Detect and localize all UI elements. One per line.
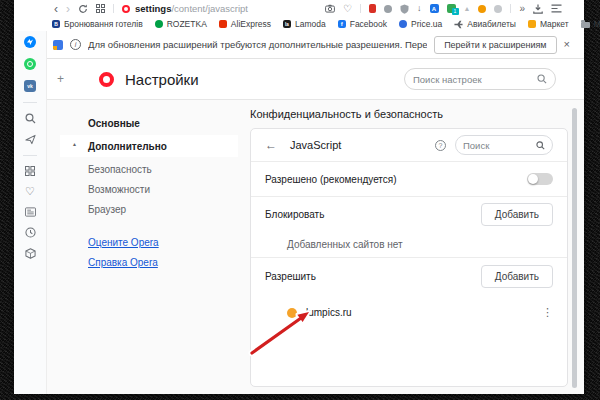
extension-gray2-icon[interactable] [494,5,502,13]
messenger-icon[interactable] [24,36,36,48]
back-icon[interactable]: ‹ [54,3,58,15]
extension-badge: 1 [452,8,459,15]
bookmarks-heart-icon[interactable]: ♡ [25,186,35,197]
kebab-menu-icon[interactable]: ⋮ [542,307,553,318]
help-icon[interactable]: ? [435,140,446,151]
panels-icon[interactable] [551,4,562,13]
bookmark-avia[interactable]: Авиабилеты [454,19,516,29]
block-section-label: Блокировать [265,209,481,220]
bookmark-market[interactable]: Маркет [528,19,569,29]
bookmark-booking[interactable]: BБронювання готелів [52,19,143,29]
rate-opera-link[interactable]: Оцените Opera [88,237,159,248]
opera-logo-icon [122,5,130,13]
extension-shield-icon[interactable] [400,4,409,14]
extension-green-icon[interactable]: 1 [447,4,456,13]
opera-browser-window: ‹ › settings/content/javascript ♡ [14,0,584,394]
desktop-background: ‹ › settings/content/javascript ♡ [0,0,600,400]
bookmark-label: ROZETKA [167,19,207,29]
bookmark-rozetka[interactable]: ROZETKA [155,19,207,29]
toolbar-divider [113,4,114,13]
more-extensions-icon[interactable]: » [519,4,525,14]
section-title: Конфиденциальность и безопасность [250,108,443,120]
chevron-up-icon: ▲ [72,141,77,147]
address-bar[interactable]: settings/content/javascript [122,3,248,14]
opera-sidebar: vk ♡ [14,31,47,394]
close-icon[interactable]: × [564,39,570,50]
card-search-box[interactable] [455,135,553,155]
page-title: Настройки [125,71,199,88]
site-name: lumpics.ru [306,307,542,318]
search-icon[interactable] [537,74,547,84]
bookmark-label: Авиабилеты [467,19,516,29]
empty-sites-text: Добавленных сайтов нет [251,231,567,258]
bookmark-label: Бронювання готелів [64,19,143,29]
lamoda-favicon-icon: la [283,20,291,28]
allowed-site-row[interactable]: lumpics.ru ⋮ [251,295,567,330]
extension-translate-icon[interactable]: A [430,4,439,13]
card-search-input[interactable] [463,140,536,151]
opera-settings-logo-icon [99,72,114,87]
forward-icon[interactable]: › [66,3,70,15]
bookmark-label: Mozilla Firefox [594,19,600,29]
speeddial-grid-icon[interactable] [96,4,105,13]
allow-section-label: Разрешить [265,271,481,282]
sidebar-item-features[interactable]: Возможности [88,184,150,195]
page-scrollbar[interactable] [572,108,577,388]
extension-red-icon[interactable] [369,4,376,13]
sidebar-item-basic[interactable]: Основные [88,118,140,129]
bookmark-label: Маркет [540,19,569,29]
search-icon[interactable] [25,113,36,124]
sidebar-item-security[interactable]: Безопасность [88,164,152,175]
extension-download-arrow-icon[interactable]: ↓ [417,4,422,13]
url-host: settings [135,3,171,14]
bookmark-facebook[interactable]: fFacebook [338,19,387,29]
extension-orange-icon[interactable] [478,5,486,13]
extension-icon [53,40,63,50]
toggle-knob [528,174,538,184]
priceua-favicon-icon [399,20,407,28]
whatsapp-icon[interactable] [24,58,36,70]
vk-icon[interactable]: vk [24,80,36,92]
history-clock-icon[interactable] [25,227,36,238]
go-to-extensions-button[interactable]: Перейти к расширениям [434,36,556,54]
bookmark-label: Facebook [350,19,387,29]
facebook-favicon-icon: f [338,20,346,28]
settings-search-input[interactable] [413,74,537,85]
add-block-site-button[interactable]: Добавить [481,203,553,226]
folder-icon [581,22,590,28]
bookmark-label: Price.ua [411,19,442,29]
reload-icon[interactable] [78,4,88,14]
bookmark-label: Lamoda [295,19,326,29]
downloads-icon[interactable] [533,4,543,14]
add-allow-site-button[interactable]: Добавить [481,265,553,288]
snapshot-camera-icon[interactable] [325,4,335,13]
javascript-toggle[interactable] [527,173,553,185]
speed-dial-icon[interactable] [25,166,35,176]
personal-news-icon[interactable] [25,207,36,217]
javascript-settings-card: ← JavaScript ? Разрешено (рекоме [250,128,568,387]
plus-icon[interactable]: + [57,72,64,86]
bookmarks-bar: BБронювання готелів ROZETKA AliExpress l… [14,17,584,31]
help-opera-link[interactable]: Справка Opera [88,257,158,268]
site-favicon-icon [287,308,297,318]
settings-header: + Настройки [47,59,584,99]
bookmark-priceua[interactable]: Price.ua [399,19,442,29]
bookmark-aliexpress[interactable]: AliExpress [219,19,271,29]
extensions-cube-icon[interactable] [25,248,36,259]
extension-arrow-icon[interactable]: ▲ [464,5,471,12]
sidebar-item-browser[interactable]: Браузер [88,204,126,215]
extension-gray-circle-icon[interactable] [384,5,392,13]
bookmark-label: AliExpress [231,19,271,29]
sidebar-divider [23,102,37,103]
sidebar-item-advanced[interactable]: Дополнительно [88,141,167,152]
settings-search-box[interactable] [404,68,556,90]
settings-page: ▲ Основные Дополнительно Безопасность Во… [47,100,584,394]
notification-text: Для обновления расширений требуются допо… [88,39,427,50]
search-icon[interactable] [536,141,545,150]
back-arrow-icon[interactable]: ← [265,138,277,152]
bookmark-lamoda[interactable]: laLamoda [283,19,326,29]
bookmark-firefox-folder[interactable]: Mozilla Firefox [581,19,600,29]
bookmark-heart-icon[interactable]: ♡ [343,4,352,14]
market-favicon-icon [528,20,536,28]
flow-paperplane-icon[interactable] [25,134,36,145]
